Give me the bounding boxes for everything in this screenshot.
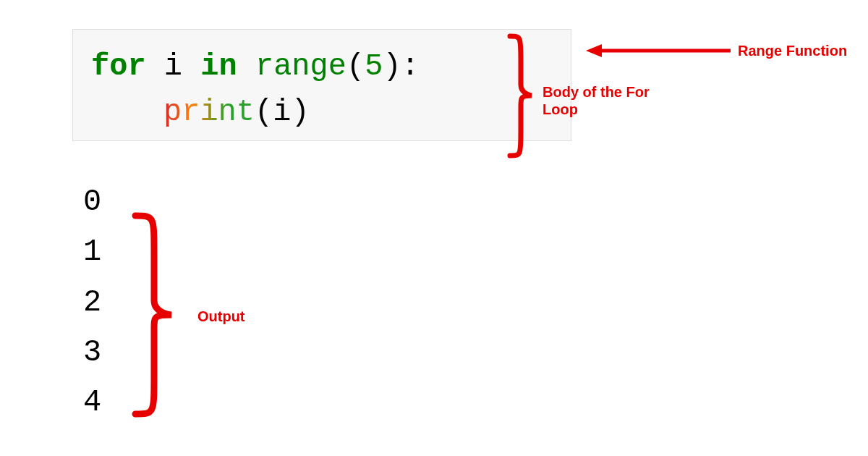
builtin-print: print — [163, 95, 255, 130]
annotation-body-loop: Body of the For Loop — [542, 83, 658, 118]
output-line: 3 — [83, 328, 101, 378]
annotation-range-function: Range Function — [738, 42, 847, 59]
arrow-range-icon — [586, 40, 731, 62]
output-block: 0 1 2 3 4 — [83, 177, 101, 428]
code-line-2: print(i) — [91, 90, 553, 135]
output-line: 1 — [83, 227, 101, 277]
keyword-for: for — [91, 49, 146, 84]
code-cell: for i in range(5): print(i) — [72, 29, 571, 141]
svg-marker-1 — [586, 44, 602, 57]
print-arg: i — [273, 95, 291, 130]
output-line: 4 — [83, 378, 101, 428]
output-line: 0 — [83, 177, 101, 227]
variable-i: i — [164, 49, 182, 84]
annotation-output: Output — [197, 308, 245, 325]
range-arg: 5 — [365, 49, 383, 84]
code-line-1: for i in range(5): — [91, 44, 553, 90]
brace-output-icon — [127, 210, 184, 420]
brace-body-loop-icon — [503, 33, 539, 159]
builtin-range: range — [255, 49, 346, 84]
keyword-in: in — [200, 49, 237, 84]
output-line: 2 — [83, 278, 101, 328]
